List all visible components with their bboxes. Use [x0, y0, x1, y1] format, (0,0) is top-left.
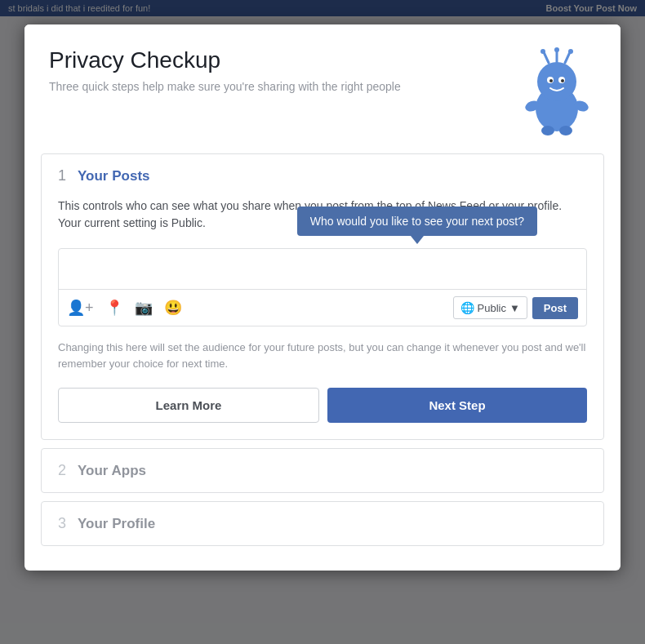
svg-point-14: [541, 126, 554, 135]
modal-subtitle: Three quick steps help make sure you're …: [49, 80, 401, 93]
svg-point-15: [559, 126, 572, 135]
audience-label: Public: [478, 302, 506, 314]
step-2-number: 2: [58, 462, 66, 479]
composer-icons: 👤+ 📍 📷 😃: [67, 299, 182, 317]
svg-line-6: [544, 52, 549, 63]
action-buttons: Learn More Next Step: [58, 388, 587, 423]
svg-point-4: [549, 79, 553, 82]
step-2-card[interactable]: 2 Your Apps: [41, 448, 604, 493]
tooltip-bubble: Who would you like to see your next post…: [297, 207, 537, 236]
step-2-header: 2 Your Apps: [42, 449, 603, 492]
post-button[interactable]: Post: [532, 297, 578, 319]
step-3-card[interactable]: 3 Your Profile: [41, 501, 604, 546]
tag-friend-icon[interactable]: 👤+: [67, 299, 94, 317]
photo-icon[interactable]: 📷: [135, 299, 153, 317]
svg-point-11: [568, 49, 573, 54]
svg-line-10: [565, 52, 570, 63]
step-1-body: This controls who can see what you share…: [42, 198, 603, 439]
svg-point-5: [561, 79, 564, 82]
globe-icon: 🌐: [460, 301, 474, 314]
modal-header: Privacy Checkup Three quick steps help m…: [24, 24, 621, 153]
svg-point-1: [537, 62, 576, 101]
location-icon[interactable]: 📍: [105, 299, 123, 317]
svg-point-9: [554, 47, 559, 52]
emoji-icon[interactable]: 😃: [164, 299, 182, 317]
composer-right-controls: 🌐 Public ▼ Post: [453, 296, 578, 319]
step-3-number: 3: [58, 515, 66, 532]
post-composer: Who would you like to see your next post…: [58, 248, 587, 326]
steps-container: 1 Your Posts This controls who can see w…: [24, 153, 621, 571]
dropdown-arrow-icon: ▼: [509, 302, 520, 314]
step-3-title: Your Profile: [78, 516, 155, 532]
privacy-checkup-modal: × Privacy Checkup Three quick steps help…: [24, 24, 621, 571]
post-composer-toolbar: 👤+ 📍 📷 😃 🌐 Public ▼ Post: [59, 290, 586, 326]
step-1-title: Your Posts: [78, 168, 149, 184]
svg-point-7: [540, 49, 545, 54]
step-1-number: 1: [58, 167, 66, 184]
modal-title: Privacy Checkup: [49, 47, 401, 73]
learn-more-button[interactable]: Learn More: [58, 388, 319, 423]
modal-header-content: Privacy Checkup Three quick steps help m…: [49, 47, 401, 93]
step-2-title: Your Apps: [78, 463, 146, 479]
audience-selector-button[interactable]: 🌐 Public ▼: [453, 296, 527, 319]
step-1-hint: Changing this here will set the audience…: [58, 340, 587, 371]
step-1-header: 1 Your Posts: [42, 154, 603, 198]
tooltip-text: Who would you like to see your next post…: [310, 215, 524, 228]
next-step-button[interactable]: Next Step: [327, 388, 587, 423]
step-3-header: 3 Your Profile: [42, 502, 603, 545]
mascot-icon: [514, 47, 596, 137]
post-composer-input[interactable]: [59, 249, 586, 290]
step-1-card: 1 Your Posts This controls who can see w…: [41, 153, 604, 440]
